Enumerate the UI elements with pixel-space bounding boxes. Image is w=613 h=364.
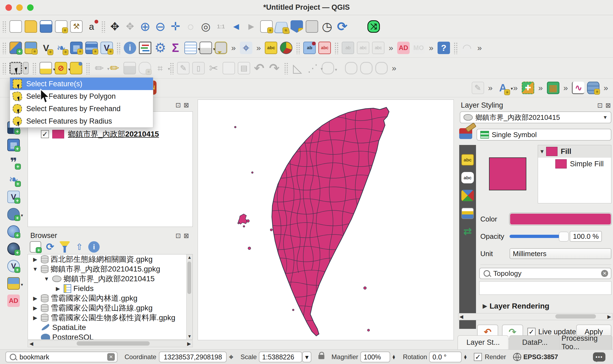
messages-icon[interactable]: •••	[593, 352, 605, 362]
add-virtual-layer-icon[interactable]: V✳	[100, 42, 113, 54]
toolbar-handle[interactable]	[85, 62, 90, 74]
scroll-left-icon[interactable]: ◀	[30, 341, 33, 347]
identify-features-icon[interactable]: i	[124, 42, 136, 54]
color-picker-button[interactable]	[510, 213, 611, 225]
labeling-tools-icon[interactable]: A✳▾	[497, 82, 509, 94]
scroll-up-icon[interactable]: ▲	[187, 255, 193, 260]
dock-tab-processingtoo[interactable]: Processing Too...	[561, 335, 612, 349]
help-icon[interactable]: ?	[438, 42, 450, 54]
scroll-down-icon[interactable]: ▼	[187, 334, 193, 339]
open-project-icon[interactable]	[25, 20, 37, 33]
layer-name[interactable]: 鄉鎮市界_內政部20210415	[68, 129, 159, 139]
chevron-right-icon[interactable]: ▶	[480, 303, 490, 310]
browser-item[interactable]: ▶西北部生態綠網相關圖資.gpkg	[28, 254, 193, 264]
toolbar-handle[interactable]	[295, 42, 300, 54]
layers-panel-float-icon[interactable]: ⊡	[175, 101, 181, 109]
labels-tab-icon[interactable]: abc	[461, 154, 474, 166]
layer-visibility-checkbox[interactable]: ✓	[41, 130, 49, 138]
symbol-tree-fill-row[interactable]: ▼ Fill	[538, 145, 611, 158]
pan-map-icon[interactable]: ✥	[109, 20, 121, 33]
crs-status[interactable]: EPSG:3857	[523, 353, 558, 361]
browser-horizontal-scrollbar[interactable]: ◀ ▶	[28, 340, 193, 347]
layers-panel-close-icon[interactable]: ⊠	[184, 101, 189, 109]
decorations-icon[interactable]: ⌖	[240, 42, 252, 54]
db-manager-styles-icon[interactable]: ✳	[587, 82, 599, 94]
render-checkbox[interactable]: ✓	[474, 353, 482, 361]
browser-item[interactable]: ▼鄉鎮市界_內政部20210415.gpkg	[28, 264, 193, 274]
toolbar-handle[interactable]	[2, 20, 6, 33]
data-source-manager-icon[interactable]: +	[9, 42, 22, 54]
browser-add-layers-icon[interactable]: +	[30, 241, 41, 253]
opacity-value-field[interactable]: 100.0 %	[570, 231, 602, 242]
scroll-left-icon[interactable]: ◀	[459, 314, 463, 320]
toolbar-overflow-icon[interactable]: »	[604, 83, 608, 92]
chevron-right-icon[interactable]: ▶	[32, 315, 39, 321]
open-attribute-table-icon[interactable]: ▾	[184, 42, 197, 54]
browser-item[interactable]: ▶Fields	[28, 284, 193, 293]
layout-manager-icon[interactable]: ⚒	[70, 20, 83, 33]
toolbar-overflow-icon[interactable]: »	[477, 43, 482, 52]
rotation-spinner[interactable]: ▲▼	[463, 355, 467, 359]
dock-tab-layerst[interactable]: Layer St...	[458, 335, 508, 349]
add-vector-layer-icon[interactable]: ✳	[25, 42, 37, 54]
add-wcs-layer-icon[interactable]: +	[7, 243, 20, 255]
temporal-controller-icon[interactable]: ◷	[321, 20, 333, 33]
toolbar-overflow-icon[interactable]: »	[231, 43, 236, 52]
toolbar-handle[interactable]	[101, 20, 106, 33]
chevron-right-icon[interactable]: ▶	[32, 256, 39, 263]
new-map-view-icon[interactable]: ✳	[260, 20, 273, 33]
show-statistics-icon[interactable]: Σ	[169, 42, 182, 54]
select-by-location-icon[interactable]	[70, 62, 82, 74]
layer-diagram-icon[interactable]	[280, 42, 292, 54]
menu-item-select-features-by-radius[interactable]: Select Features by Radius	[10, 115, 153, 127]
toolbar-handle[interactable]	[283, 62, 288, 74]
symbol-tree-simple-fill-row[interactable]: Simple Fill	[538, 158, 611, 170]
ad-dock-icon[interactable]: AD	[7, 294, 20, 307]
chevron-right-icon[interactable]: ▶	[32, 295, 39, 302]
menu-item-select-feature-s-[interactable]: Select Feature(s)	[10, 78, 153, 90]
styling-layer-selector[interactable]: 鄉鎮市界_內政部20210415 ▼	[460, 111, 611, 123]
toolbar-handle[interactable]	[334, 42, 339, 54]
dock-tab-datap[interactable]: DataP...	[509, 335, 560, 349]
lock-scale-icon[interactable]	[318, 355, 324, 359]
live-update-checkbox[interactable]: ✓	[527, 328, 536, 336]
scrollbar-thumb[interactable]	[187, 262, 191, 294]
toolbar-handle[interactable]	[2, 62, 6, 74]
dropdown-arrow-icon[interactable]: ▾	[168, 66, 170, 71]
zoom-to-layer-icon[interactable]: ◎	[200, 20, 212, 33]
browser-item[interactable]: SpatiaLite	[28, 323, 193, 332]
new-geopackage-icon[interactable]: ❧✳	[55, 42, 67, 54]
select-features-by-value-icon[interactable]: ▾	[40, 62, 52, 74]
magnifier-spinner[interactable]: ▲▼	[392, 355, 396, 359]
processing-toolbox-icon[interactable]: ⚙	[154, 42, 167, 54]
add-vector-tile-icon[interactable]: V+	[7, 191, 20, 203]
browser-item[interactable]: ▶雪霸國家公園內登山路線.gpkg	[28, 303, 193, 313]
symbol-type-selector[interactable]: Single Symbol	[477, 129, 611, 141]
scroll-right-icon[interactable]: ▶	[607, 314, 611, 320]
profile-tool-icon[interactable]: ∿	[572, 82, 584, 94]
select-tool-dropdown-arrow[interactable]: ▾	[23, 62, 29, 74]
new-3d-map-view-icon[interactable]: ✳	[274, 22, 289, 33]
add-raster-layer-icon[interactable]: ✳	[85, 42, 98, 54]
pin-labels-icon[interactable]: ab	[303, 42, 316, 54]
chevron-down-icon[interactable]: ▼	[32, 266, 39, 272]
clear-search-icon[interactable]: ✕	[601, 270, 608, 277]
new-spatial-bookmark-icon[interactable]: ✳	[291, 20, 303, 33]
coordinate-field[interactable]: 13238537,2908198	[159, 352, 227, 362]
styling-panel-float-icon[interactable]: ⊡	[597, 102, 603, 109]
toolbar-overflow-icon[interactable]: »	[488, 83, 493, 92]
chevron-right-icon[interactable]: ▶	[54, 285, 61, 292]
dropdown-arrow-icon[interactable]: ▾	[21, 213, 23, 218]
layer-labeling-icon[interactable]: abc	[265, 42, 277, 54]
browser-collapse-icon[interactable]: ⇧	[74, 241, 85, 253]
add-mesh-dock-icon[interactable]: ▦+	[7, 139, 20, 151]
opacity-slider[interactable]	[510, 235, 567, 238]
cloud-tools-plugin-icon[interactable]: ⤨	[367, 20, 380, 33]
scale-dropdown-icon[interactable]: ▾	[302, 352, 311, 362]
chevron-right-icon[interactable]: ▶	[32, 305, 39, 311]
zoom-full-icon[interactable]: ✛	[169, 20, 182, 33]
chevron-down-icon[interactable]: ▼	[43, 276, 50, 282]
statistical-summary-icon[interactable]	[139, 42, 151, 54]
browser-info-icon[interactable]: i	[88, 241, 100, 253]
toolbar-overflow-icon[interactable]: »	[429, 43, 433, 52]
